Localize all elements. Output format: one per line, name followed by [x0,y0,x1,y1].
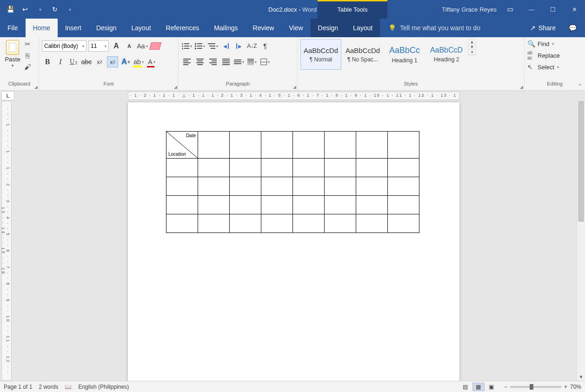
show-marks-button[interactable]: ¶ [259,40,271,52]
tab-review[interactable]: Review [246,19,282,37]
paste-button[interactable]: Paste ▼ [3,39,22,68]
replace-button[interactable]: abacReplace [527,50,560,60]
horizontal-ruler[interactable]: · 1 · 2 · 1 · 1 · 1 · △ · 1 · 1 · 1 · 2 … [128,92,459,100]
table-cell[interactable] [293,177,325,196]
style-heading2[interactable]: AaBbCcD Heading 2 [426,39,467,70]
table-cell[interactable] [166,214,198,233]
zoom-slider[interactable] [510,386,561,388]
table-cell[interactable] [388,177,419,196]
tab-table-design[interactable]: Design [311,19,346,37]
styles-launcher[interactable]: ◢ [520,85,523,89]
web-layout-icon[interactable]: ▣ [485,383,498,391]
table-cell[interactable] [166,196,198,214]
table-cell[interactable] [325,214,356,233]
table-cell[interactable] [325,159,356,177]
bullets-button[interactable] [181,40,193,52]
table-cell[interactable] [261,214,293,233]
sort-button[interactable]: A↓Z [246,40,258,52]
decrease-indent-button[interactable]: ◀ [220,40,232,52]
format-painter-icon[interactable]: 🖌 [23,62,32,71]
read-mode-icon[interactable]: ▤ [459,383,472,391]
share-button[interactable]: ↗ Share [524,24,562,32]
table-cell[interactable] [293,159,325,177]
table-cell[interactable] [261,177,293,196]
clipboard-launcher[interactable]: ◢ [34,85,38,89]
document-table[interactable]: Date Location [166,131,419,233]
undo-dropdown[interactable]: ▾ [33,3,47,16]
tab-design[interactable]: Design [89,19,124,37]
font-color-button[interactable]: A [146,56,157,67]
tab-view[interactable]: View [281,19,310,37]
change-case-icon[interactable]: Aa [137,40,148,52]
close-icon[interactable]: ✕ [564,0,585,19]
table-cell[interactable] [198,177,230,196]
table-cell[interactable] [198,132,230,159]
table-row[interactable] [166,214,419,233]
grow-font-icon[interactable]: A [111,40,122,52]
table-cell[interactable] [293,214,325,233]
tab-mailings[interactable]: Mailings [206,19,245,37]
numbering-button[interactable] [194,40,206,52]
table-cell[interactable] [261,196,293,214]
find-button[interactable]: 🔍Find ▾ [527,40,554,47]
document-viewport[interactable]: Date Location [12,101,585,381]
qat-customize[interactable]: ▾ [63,3,76,16]
tab-table-layout[interactable]: Layout [346,19,380,37]
zoom-in-button[interactable]: + [564,384,567,390]
zoom-level[interactable]: 70% [570,384,581,390]
table-cell[interactable] [293,196,325,214]
styles-scroll[interactable]: ▲▼▾ [468,39,476,55]
shading-button[interactable] [246,56,258,67]
table-cell[interactable] [356,196,388,214]
table-cell[interactable] [356,132,388,159]
document-page[interactable]: Date Location [128,102,459,381]
borders-button[interactable] [259,56,271,67]
table-cell[interactable] [230,196,261,214]
font-launcher[interactable]: ◢ [174,85,177,89]
table-cell[interactable] [230,177,261,196]
scroll-thumb[interactable] [578,101,584,222]
copy-icon[interactable]: ⎘ [23,51,32,60]
table-cell[interactable] [198,214,230,233]
superscript-button[interactable]: x2 [107,56,118,67]
table-cell[interactable] [198,159,230,177]
table-cell[interactable] [388,132,419,159]
tab-insert[interactable]: Insert [58,19,89,37]
save-icon[interactable]: 💾 [4,3,17,16]
table-cell[interactable] [230,159,261,177]
comments-icon[interactable]: 💬 [562,24,583,32]
justify-button[interactable] [220,56,232,67]
strikethrough-button[interactable]: abc [81,56,92,67]
vertical-ruler[interactable]: · · · 1 · · · · 1 · · 1 · · 2 · · 3 · · … [1,101,12,381]
table-cell[interactable] [325,132,356,159]
redo-icon[interactable]: ↻ [48,3,61,16]
minimize-icon[interactable]: — [521,0,542,19]
vertical-scrollbar[interactable]: ▼ [577,101,585,381]
style-no-spacing[interactable]: AaBbCcDd ¶ No Spac... [342,39,383,70]
word-count[interactable]: 2 words [39,384,58,390]
underline-button[interactable]: U [68,56,79,67]
tab-home[interactable]: Home [26,19,58,37]
table-cell[interactable] [325,177,356,196]
highlight-button[interactable]: ab [133,56,144,67]
collapse-ribbon-icon[interactable]: ⌃ [578,83,582,89]
ribbon-display-icon[interactable]: ▭ [499,0,521,19]
style-heading1[interactable]: AaBbCc Heading 1 [384,39,425,70]
table-cell[interactable] [356,159,388,177]
language-indicator[interactable]: English (Philippines) [78,384,129,390]
shrink-font-icon[interactable]: A [124,40,135,52]
tab-file[interactable]: File [0,19,26,37]
table-cell[interactable] [325,196,356,214]
cut-icon[interactable]: ✂ [23,40,32,48]
subscript-button[interactable]: x2 [94,56,105,67]
table-cell[interactable] [388,214,419,233]
table-cell[interactable] [356,214,388,233]
proofing-icon[interactable]: 📖 [65,384,72,390]
align-center-button[interactable] [194,56,206,67]
increase-indent-button[interactable]: ▶ [233,40,245,52]
table-cell[interactable] [293,132,325,159]
maximize-icon[interactable]: ☐ [542,0,564,19]
multilevel-list-button[interactable] [207,40,219,52]
table-cell[interactable] [230,214,261,233]
table-row[interactable]: Date Location [166,132,419,159]
